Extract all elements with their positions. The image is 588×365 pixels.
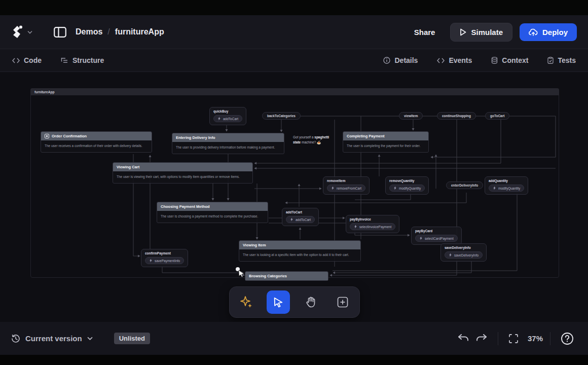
database-icon <box>491 57 498 64</box>
app-header: Demos / furnitureApp Share Simulate Depl… <box>0 15 588 49</box>
event-label: payByInvoice <box>350 217 395 221</box>
action-pill[interactable]: addToCart <box>286 216 315 223</box>
action-pill[interactable]: modifyQuantity <box>389 185 425 192</box>
simulate-button[interactable]: Simulate <box>450 23 512 42</box>
event-node-goToCart[interactable]: goToCart <box>485 112 509 120</box>
tab-code[interactable]: Code <box>12 56 42 64</box>
annotation-note[interactable]: Got yourself a spaghetti state machine? … <box>293 135 329 145</box>
state-title: Entering Delivery Info <box>172 133 284 142</box>
event-label: saveDeliveryInfo <box>445 246 483 249</box>
breadcrumb-separator: / <box>107 27 109 36</box>
event-label: removeItem <box>327 179 365 182</box>
action-pill[interactable]: selectInvoicePayment <box>350 223 395 230</box>
mouse-cursor-icon <box>238 270 245 277</box>
event-node-removeQuantity[interactable]: removeQuantitymodifyQuantity <box>385 176 429 195</box>
chevron-down-icon <box>27 30 32 34</box>
event-label: removeQuantity <box>389 179 425 182</box>
pan-tool-button[interactable] <box>299 290 322 314</box>
event-node-removeItem[interactable]: removeItemremoveFromCart <box>323 176 370 195</box>
sparkles-icon <box>240 296 253 309</box>
event-node-saveDeliveryInfo[interactable]: saveDeliveryInfosaveDeliveryInfo <box>440 243 487 262</box>
diagram-canvas[interactable]: furnitureApp Order ConfirmationThe user … <box>0 72 588 322</box>
tab-tests[interactable]: Tests <box>547 56 576 64</box>
sidebar-toggle-button[interactable] <box>54 27 66 38</box>
event-node-viewItem[interactable]: viewItem <box>399 112 423 120</box>
state-node-browsing-categories[interactable]: Browsing Categories <box>245 271 328 281</box>
code-icon <box>12 58 20 63</box>
version-menu[interactable]: Current version <box>11 334 93 343</box>
state-description: The user is completing the payment for t… <box>343 140 428 152</box>
undo-button[interactable] <box>454 331 472 346</box>
info-icon <box>383 57 390 64</box>
state-description: The user is looking at a specific item w… <box>239 249 360 261</box>
fit-view-button[interactable] <box>505 331 522 347</box>
action-pill[interactable]: savePaymentInfo <box>145 257 184 264</box>
event-label: viewItem <box>399 112 423 120</box>
select-tool-button[interactable] <box>267 290 290 314</box>
tab-context[interactable]: Context <box>491 56 528 64</box>
deploy-label: Deploy <box>542 28 568 36</box>
code-brackets-icon <box>437 58 445 63</box>
event-node-addQuantity[interactable]: addQuantitymodifyQuantity <box>485 176 528 195</box>
state-title: Browsing Categories <box>245 272 328 280</box>
action-pill[interactable]: removeFromCart <box>327 185 365 192</box>
state-node-completing-payment[interactable]: Completing PaymentThe user is completing… <box>343 131 429 153</box>
event-node-backToCategories[interactable]: backToCategories <box>262 112 301 120</box>
action-pill[interactable]: saveDeliveryInfo <box>445 251 483 259</box>
action-pill[interactable]: selectCardPayment <box>415 235 458 242</box>
ai-generate-button[interactable] <box>235 290 258 314</box>
event-label: enterDeliveryInfo <box>446 181 483 189</box>
event-label: addQuantity <box>489 179 524 182</box>
mode-nav: Code Structure Details Events Context Te… <box>0 49 588 72</box>
redo-button[interactable] <box>472 331 491 346</box>
tool-palette <box>229 286 360 318</box>
event-node-payByCard[interactable]: payByCardselectCardPayment <box>411 227 462 245</box>
breadcrumb-machine[interactable]: furnitureApp <box>115 27 164 36</box>
breadcrumb-project[interactable]: Demos <box>76 27 102 36</box>
machine-label: furnitureApp <box>34 90 54 94</box>
state-node-entering-delivery-info[interactable]: Entering Delivery InfoThe user is provid… <box>172 133 284 154</box>
event-node-quickBuy[interactable]: quickBuyaddToCart <box>209 107 246 125</box>
zoom-level[interactable]: 37% <box>528 334 543 343</box>
tree-list-icon <box>61 57 68 63</box>
action-pill[interactable]: addToCart <box>213 115 242 122</box>
state-title: Viewing Item <box>239 241 360 249</box>
machine-header[interactable]: furnitureApp <box>30 88 559 95</box>
simulate-label: Simulate <box>471 28 503 36</box>
state-node-choosing-payment-method[interactable]: Choosing Payment MethodThe user is choos… <box>157 202 268 223</box>
state-node-order-confirmation[interactable]: Order ConfirmationThe user receives a co… <box>41 131 152 153</box>
tab-events-label: Events <box>449 56 472 64</box>
tab-details-label: Details <box>394 56 418 64</box>
hand-icon <box>305 296 317 308</box>
play-icon <box>460 28 466 36</box>
history-clock-icon <box>11 334 20 343</box>
event-node-enterDeliveryInfo[interactable]: enterDeliveryInfo <box>446 181 483 189</box>
state-description: The user receives a confirmation of thei… <box>41 140 152 152</box>
tab-context-label: Context <box>502 56 528 64</box>
event-node-payByInvoice[interactable]: payByInvoiceselectInvoicePayment <box>346 215 399 233</box>
chevron-down-icon <box>87 337 93 340</box>
event-node-addToCart[interactable]: addToCartaddToCart <box>282 208 319 226</box>
tab-structure-label: Structure <box>72 56 104 64</box>
add-state-button[interactable] <box>331 290 354 314</box>
breadcrumb: Demos / furnitureApp <box>76 27 164 36</box>
tab-structure[interactable]: Structure <box>61 56 104 64</box>
version-label: Current version <box>25 334 82 343</box>
event-node-confirmPayment[interactable]: confirmPaymentsavePaymentInfo <box>141 249 188 267</box>
stately-logo-menu[interactable] <box>11 25 32 39</box>
event-label: backToCategories <box>262 112 301 120</box>
share-button[interactable]: Share <box>414 28 435 36</box>
action-pill[interactable]: modifyQuantity <box>489 185 524 192</box>
state-node-viewing-item[interactable]: Viewing ItemThe user is looking at a spe… <box>239 240 361 262</box>
state-node-viewing-cart[interactable]: Viewing CartThe user is viewing their ca… <box>113 162 253 184</box>
top-letterbox <box>0 0 588 15</box>
event-label: confirmPayment <box>145 251 184 255</box>
event-label: addToCart <box>286 210 315 214</box>
state-description: The user is viewing their cart, with opt… <box>113 171 252 183</box>
tab-details[interactable]: Details <box>383 56 418 64</box>
help-button[interactable] <box>558 329 577 348</box>
event-node-continueShopping[interactable]: continueShopping <box>437 112 476 120</box>
deploy-button[interactable]: Deploy <box>520 23 577 41</box>
tab-events[interactable]: Events <box>437 56 472 64</box>
event-label: payByCard <box>415 229 458 233</box>
